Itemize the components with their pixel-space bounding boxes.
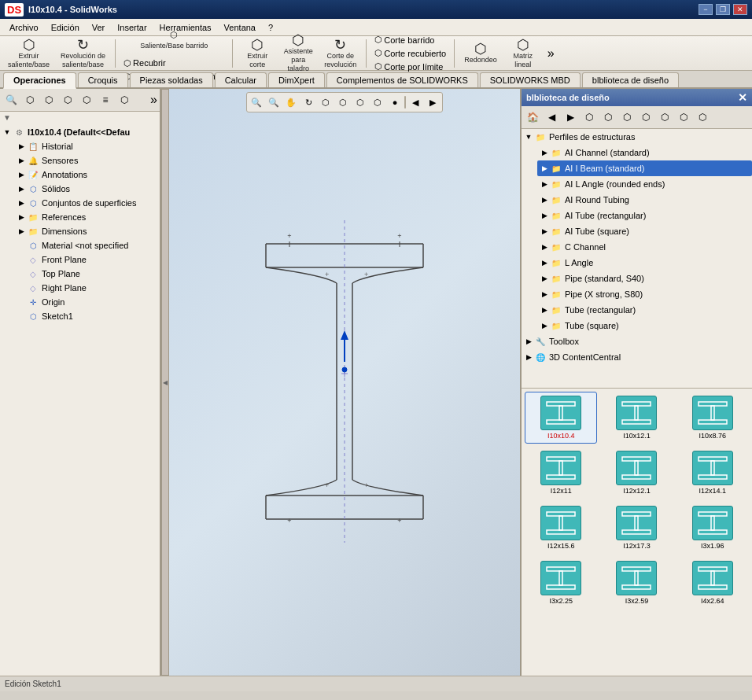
lib-tree-toolbox[interactable]: ▶ 🔧 Toolbox xyxy=(522,333,752,349)
vp-btn9[interactable]: ● xyxy=(387,94,403,110)
lib-tree-perfiles[interactable]: ▼ 📁 Perfiles de estructuras xyxy=(522,129,752,145)
lib-tree-l-angle[interactable]: ▶ 📁 L Angle xyxy=(537,255,752,271)
vp-btn7[interactable]: ⬡ xyxy=(352,94,368,110)
vp-btn6[interactable]: ⬡ xyxy=(335,94,351,110)
menu-edicion[interactable]: Edición xyxy=(45,21,86,34)
lib-grid-i12x17_3[interactable]: I12x17.3 xyxy=(600,502,673,554)
ai-tube-rect-expand[interactable]: ▶ xyxy=(540,212,548,219)
lib-grid-i3x2_59[interactable]: I3x2.59 xyxy=(600,557,673,609)
lib-grid-i12x15_6[interactable]: I12x15.6 xyxy=(525,502,597,554)
lib-tree-ai-tube-sq[interactable]: ▶ 📁 AI Tube (square) xyxy=(537,223,752,239)
linear-pattern-button[interactable]: ⬡ Matrizlineal xyxy=(503,38,543,69)
l-angle-expand[interactable]: ▶ xyxy=(540,259,548,267)
lib-btn6[interactable]: ⬡ xyxy=(618,109,636,126)
lib-btn8[interactable]: ⬡ xyxy=(656,109,673,126)
ai-tube-sq-expand[interactable]: ▶ xyxy=(540,227,548,235)
perfiles-expand[interactable]: ▼ xyxy=(525,133,533,141)
tab-croquis[interactable]: Croquis xyxy=(78,72,128,87)
filter-btn[interactable]: 🔍 xyxy=(2,91,20,109)
tree-material[interactable]: ⬡ Material <not specified xyxy=(16,238,158,252)
restore-button[interactable]: ❐ xyxy=(716,4,730,15)
tree-solidos[interactable]: ▶ ⬡ Sólidos xyxy=(16,182,158,196)
tree-annotations[interactable]: ▶ 📝 Annotations xyxy=(16,168,158,182)
pipe-s80-expand[interactable]: ▶ xyxy=(540,290,548,298)
ai-channel-expand[interactable]: ▶ xyxy=(540,149,548,157)
3d-content-expand[interactable]: ▶ xyxy=(525,353,533,361)
lp-btn6[interactable]: ≡ xyxy=(97,91,114,109)
references-expand[interactable]: ▶ xyxy=(17,213,25,221)
vp-btn8[interactable]: ⬡ xyxy=(370,94,385,110)
ai-langle-expand[interactable]: ▶ xyxy=(540,180,548,188)
tab-biblioteca[interactable]: blblioteca de diseño xyxy=(582,72,679,87)
lib-btn5[interactable]: ⬡ xyxy=(599,109,617,126)
tube-sq-expand[interactable]: ▶ xyxy=(540,322,548,330)
lp-expand-icon[interactable]: » xyxy=(150,93,157,107)
tree-front-plane[interactable]: ◇ Front Plane xyxy=(16,252,158,267)
solidos-expand[interactable]: ▶ xyxy=(17,185,25,193)
tree-historial[interactable]: ▶ 📋 Historial xyxy=(16,139,158,153)
pipe-s40-expand[interactable]: ▶ xyxy=(540,274,548,282)
cut-revolve-button[interactable]: ↻ Corte derevolución xyxy=(319,38,361,69)
ai-round-expand[interactable]: ▶ xyxy=(540,196,548,204)
lib-grid-i10x10_4[interactable]: I10x10.4 xyxy=(525,392,597,444)
tab-complementos[interactable]: Complementos de SOLIDWORKS xyxy=(326,72,478,87)
cut-boundary-button[interactable]: ⬡ Corte por límite xyxy=(371,61,449,72)
lib-grid-i12x11[interactable]: I12x11 xyxy=(525,447,597,499)
tab-dimxpert[interactable]: DimXpert xyxy=(268,72,325,87)
lp-btn3[interactable]: ⬡ xyxy=(40,91,57,109)
tree-references[interactable]: ▶ 📁 References xyxy=(16,210,158,224)
lp-btn4[interactable]: ⬡ xyxy=(59,91,76,109)
viewport[interactable]: 🔍 🔍 ✋ ↻ ⬡ ⬡ ⬡ ⬡ ● ◀ ▶ xyxy=(169,89,520,676)
vp-btn5[interactable]: ⬡ xyxy=(318,94,334,110)
lib-tree-ai-round[interactable]: ▶ 📁 AI Round Tubing xyxy=(537,192,752,208)
lib-grid-i12x12_1[interactable]: I12x12.1 xyxy=(600,447,673,499)
lp-btn2[interactable]: ⬡ xyxy=(21,91,39,109)
tree-dimensions[interactable]: ▶ 📁 Dimensions xyxy=(16,224,158,238)
lib-btn9[interactable]: ⬡ xyxy=(675,109,692,126)
pan-btn[interactable]: ✋ xyxy=(283,94,299,110)
sweep-base-button[interactable]: ⬡ Saliente/Base barrido xyxy=(120,24,227,56)
tree-sketch1[interactable]: ⬡ Sketch1 xyxy=(16,309,158,323)
lib-grid-i3x2_25[interactable]: I3x2.25 xyxy=(525,557,597,609)
lib-grid-i3x1_96[interactable]: I3x1.96 xyxy=(676,502,749,554)
root-expand[interactable]: ▼ xyxy=(3,128,11,136)
lib-btn4[interactable]: ⬡ xyxy=(581,109,598,126)
menu-help[interactable]: ? xyxy=(262,21,279,34)
nav-back-btn[interactable]: ◀ xyxy=(407,94,423,110)
ai-ibeam-expand[interactable]: ▶ xyxy=(540,164,548,172)
collapse-handle[interactable]: ◀ xyxy=(161,89,169,676)
lib-grid-i10x8_76[interactable]: I10x8.76 xyxy=(676,392,749,444)
cut-sweep-button[interactable]: ⬡ Corte barrido xyxy=(371,34,449,46)
lib-tree-ai-channel[interactable]: ▶ 📁 AI Channel (standard) xyxy=(537,145,752,160)
lib-back-btn[interactable]: ◀ xyxy=(543,109,560,126)
lib-tree-pipe-s80[interactable]: ▶ 📁 Pipe (X strong, S80) xyxy=(537,286,752,302)
loft-button[interactable]: ⬡ Recubrir xyxy=(120,57,227,69)
lib-tree-ai-ibeam[interactable]: ▶ 📁 AI I Beam (standard) xyxy=(537,160,752,176)
lib-grid-i4x2_64[interactable]: I4x2.64 xyxy=(676,557,749,609)
sensores-expand[interactable]: ▶ xyxy=(17,157,25,164)
tab-calcular[interactable]: Calcular xyxy=(215,72,267,87)
revolve-button[interactable]: ↻ Revolución desaliente/base xyxy=(56,38,110,69)
fillet-button[interactable]: ⬡ Redondeo xyxy=(459,38,502,69)
toolbar-expand-icon[interactable]: » xyxy=(547,46,555,61)
lib-tree-tube-sq[interactable]: ▶ 📁 Tube (square) xyxy=(537,318,752,333)
lib-btn10[interactable]: ⬡ xyxy=(694,109,711,126)
zoom-in-btn[interactable]: 🔍 xyxy=(266,94,282,110)
tube-rect-expand[interactable]: ▶ xyxy=(540,306,548,314)
dimensions-expand[interactable]: ▶ xyxy=(17,227,25,235)
library-close-icon[interactable]: ✕ xyxy=(738,91,747,104)
lib-btn7[interactable]: ⬡ xyxy=(637,109,654,126)
cut-loft-button[interactable]: ⬡ Corte recubierto xyxy=(371,47,449,59)
cut-extrude-button[interactable]: ⬡ Extruircorte xyxy=(238,38,277,69)
toolbox-expand[interactable]: ▶ xyxy=(525,337,533,345)
lib-tree-ai-langle[interactable]: ▶ 📁 AI L Angle (rounded ends) xyxy=(537,176,752,192)
minimize-button[interactable]: − xyxy=(699,4,713,15)
lib-home-btn[interactable]: 🏠 xyxy=(524,109,541,126)
tree-right-plane[interactable]: ◇ Right Plane xyxy=(16,281,158,295)
nav-fwd-btn[interactable]: ▶ xyxy=(425,94,441,110)
lib-tree-tube-rect[interactable]: ▶ 📁 Tube (rectangular) xyxy=(537,302,752,318)
tree-origin[interactable]: ✛ Origin xyxy=(16,295,158,309)
tree-sensores[interactable]: ▶ 🔔 Sensores xyxy=(16,153,158,168)
lib-tree-3d-content[interactable]: ▶ 🌐 3D ContentCentral xyxy=(522,349,752,365)
close-button[interactable]: ✕ xyxy=(733,4,747,15)
